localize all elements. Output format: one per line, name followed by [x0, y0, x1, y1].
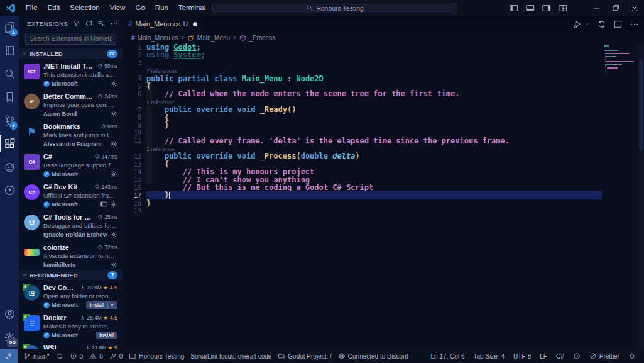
- extension-colorize[interactable]: colorize72msA vscode extension to help v…: [19, 240, 123, 270]
- sync-icon[interactable]: [597, 20, 606, 29]
- more-icon[interactable]: [110, 20, 118, 28]
- extension-docker[interactable]: ☰Docker28.4M ★ 4.5Makes it easy to creat…: [19, 310, 123, 340]
- extension--net-install-tool[interactable]: NET.NET Install Tool50msThis extension i…: [19, 59, 123, 89]
- refresh-icon[interactable]: [85, 20, 93, 28]
- line-number[interactable]: 19: [123, 208, 141, 215]
- split-editor-icon[interactable]: [613, 20, 623, 29]
- code-line[interactable]: 2using System;: [123, 51, 602, 59]
- line-number[interactable]: 5: [123, 83, 141, 90]
- extension-c-dev-kit[interactable]: C#C# Dev Kit143msOfficial C# extension f…: [19, 179, 123, 209]
- code-line[interactable]: 9 }: [123, 121, 602, 129]
- panel-bottom-toggle[interactable]: [522, 0, 538, 16]
- line-number[interactable]: 16: [123, 184, 141, 191]
- activity-settings-gear[interactable]: GO: [0, 326, 19, 349]
- line-number[interactable]: 3: [123, 59, 141, 66]
- minimize-button[interactable]: [587, 0, 606, 16]
- code-line[interactable]: 3: [123, 59, 602, 67]
- code-line[interactable]: 8 {: [123, 114, 602, 121]
- extension-better-comments[interactable]: ///Better Comments24msImprove your code …: [19, 89, 123, 119]
- scrollbar-thumb[interactable]: [639, 59, 643, 150]
- extension-c-tools-for-godot[interactable]: ⚇C# Tools for Godot25msDebugger and util…: [19, 209, 123, 240]
- line-number[interactable]: 10: [123, 130, 141, 137]
- code-line[interactable]: 6 // Called when the node enters the sce…: [123, 90, 602, 98]
- menu-view[interactable]: View: [105, 0, 131, 16]
- status-connected-to-discord[interactable]: Connected to Discord: [335, 349, 412, 363]
- install-dropdown-icon[interactable]: ∨: [107, 303, 114, 308]
- menu-run[interactable]: Run: [150, 0, 173, 16]
- breadcrumb-main_menu[interactable]: Main_Menu: [188, 35, 230, 42]
- extension-bookmarks[interactable]: ⚑Bookmarks8msMark lines and jump to them…: [19, 119, 123, 149]
- line-number[interactable]: 11: [123, 137, 141, 144]
- clear-list-icon[interactable]: [97, 20, 106, 28]
- extensions-search-input[interactable]: [26, 35, 116, 42]
- extension-settings-icon[interactable]: [110, 80, 117, 87]
- status-sonarlint-focus-overall-code[interactable]: SonarLint focus: overall code: [187, 349, 275, 363]
- status-0[interactable]: 0: [86, 349, 106, 363]
- filter-icon[interactable]: [72, 20, 80, 28]
- activity-notebook[interactable]: [0, 39, 19, 62]
- status-utf-8[interactable]: UTF-8: [509, 349, 535, 363]
- extension-settings-icon[interactable]: [110, 201, 117, 208]
- line-number[interactable]: 9: [123, 122, 141, 129]
- activity-extensions[interactable]: [0, 132, 19, 155]
- code-line[interactable]: 17 }: [123, 191, 602, 199]
- tab-main-menu[interactable]: # Main_Menu.cs U: [123, 16, 203, 32]
- menu-go[interactable]: Go: [130, 0, 150, 16]
- extension-settings-icon[interactable]: [110, 110, 117, 118]
- status-main-[interactable]: main*: [20, 349, 53, 363]
- status-lf[interactable]: LF: [535, 349, 552, 363]
- command-center-search[interactable]: Honours Testing: [212, 3, 457, 13]
- close-button[interactable]: [625, 0, 644, 16]
- install-button[interactable]: Install: [96, 332, 117, 339]
- activity-source-control[interactable]: 8: [0, 109, 19, 132]
- extension-settings-icon[interactable]: [110, 231, 117, 238]
- line-number[interactable]: 12: [123, 153, 141, 160]
- status-honours-testing[interactable]: Honours Testing: [126, 349, 187, 363]
- panel-left-toggle[interactable]: [506, 0, 522, 16]
- menu-terminal[interactable]: Terminal: [173, 0, 210, 16]
- code-line[interactable]: 16 // But this is me coding a Godot C# S…: [123, 184, 602, 191]
- line-number[interactable]: 15: [123, 176, 141, 183]
- status-sync[interactable]: [53, 349, 67, 363]
- status-bell[interactable]: [624, 349, 640, 363]
- activity-accounts[interactable]: [0, 303, 19, 326]
- line-number[interactable]: 6: [123, 91, 141, 98]
- install-button[interactable]: Install∨: [86, 301, 117, 309]
- extension-c-[interactable]: C#C#347msBase language support for C#✓Mi…: [19, 149, 123, 179]
- editor-scrollbar[interactable]: [638, 43, 644, 349]
- activity-search[interactable]: [0, 62, 19, 86]
- breadcrumb-main_menu.cs[interactable]: #Main_Menu.cs: [131, 35, 178, 42]
- code-area[interactable]: 1using Godot;2using System;37 references…: [123, 43, 602, 215]
- menu-file[interactable]: File: [21, 0, 43, 16]
- status-godot-project-[interactable]: Godot Project: /: [275, 349, 334, 363]
- activity-godot[interactable]: [0, 155, 19, 179]
- activity-github[interactable]: [0, 179, 19, 202]
- code-line[interactable]: 4public partial class Main_Menu : Node2D: [123, 75, 602, 82]
- status-0[interactable]: 0: [106, 349, 126, 363]
- menu-selection[interactable]: Selection: [65, 0, 104, 16]
- extension-dev-contain-[interactable]: ◳Dev Contain...20.9M ★ 4.5Open any folde…: [19, 280, 123, 310]
- line-number[interactable]: 13: [123, 161, 141, 168]
- activity-explorer[interactable]: 1: [0, 16, 19, 39]
- chevron-down-icon[interactable]: [584, 21, 590, 27]
- line-number[interactable]: 17: [123, 192, 141, 199]
- menu-edit[interactable]: Edit: [43, 0, 65, 16]
- restore-button[interactable]: [606, 0, 625, 16]
- code-line[interactable]: 11 // Called every frame. 'delta' is the…: [123, 137, 602, 145]
- status-c-[interactable]: C#: [552, 349, 569, 363]
- unsaved-dot-icon[interactable]: [193, 22, 197, 26]
- extensions-search[interactable]: [25, 33, 116, 45]
- line-number[interactable]: 8: [123, 114, 141, 121]
- line-number[interactable]: 7: [123, 106, 141, 113]
- extension-settings-icon[interactable]: [110, 140, 117, 148]
- status-remote-indicator[interactable]: [0, 349, 18, 363]
- section-recommended[interactable]: RECOMMENDED7: [19, 270, 123, 280]
- line-number[interactable]: 1: [123, 44, 141, 51]
- extension-wsl[interactable]: △WSL22.8M ★ 5Open any folder in the Wind…: [19, 340, 123, 349]
- run-debug-icon[interactable]: [573, 20, 582, 29]
- panel-right-toggle[interactable]: [538, 0, 555, 16]
- line-number[interactable]: 4: [123, 75, 141, 82]
- minimap[interactable]: [602, 43, 638, 232]
- extension-settings-icon[interactable]: [110, 170, 117, 178]
- section-installed[interactable]: INSTALLED22: [19, 48, 123, 59]
